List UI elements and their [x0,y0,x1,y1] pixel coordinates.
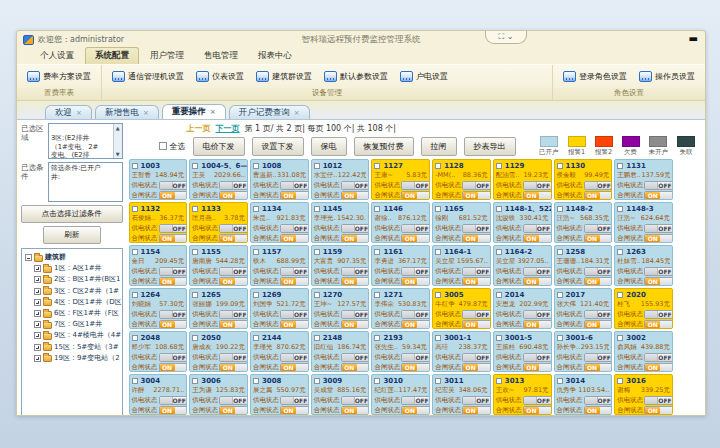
expand-icon[interactable] [34,310,41,317]
switch-status-toggle[interactable]: ON [159,363,188,372]
supply-status-toggle[interactable]: OFF [219,310,248,319]
switch-status-toggle[interactable]: ON [584,234,613,243]
switch-status-toggle[interactable]: ON [341,191,370,200]
switch-status-toggle[interactable]: ON [159,277,188,286]
switch-status-toggle[interactable]: ON [341,363,370,372]
supply-status-toggle[interactable]: OFF [219,353,248,362]
action-button-拉闸[interactable]: 拉闸 [421,137,457,156]
meter-card[interactable]: 1164-1 吴立星 1595.67.. 供电状态 OFF 合闸状态 ON [432,245,491,286]
switch-status-toggle[interactable]: ON [584,320,613,329]
supply-status-toggle[interactable]: OFF [523,267,552,276]
supply-status-toggle[interactable]: OFF [644,310,673,319]
meter-card[interactable]: 1129 配油雪.. 19.23元 供电状态 OFF 合闸状态 ON [493,159,552,200]
switch-status-toggle[interactable]: ON [584,191,613,200]
meter-card[interactable]: 3006 王为谦 125.83元 供电状态 OFF 合闸状态 ON [189,374,248,415]
supply-status-toggle[interactable]: OFF [584,181,613,190]
supply-status-toggle[interactable]: OFF [159,267,188,276]
meter-card[interactable]: 2050 唐成友 190.22元 供电状态 OFF 合闸状态 ON [189,331,248,372]
supply-status-toggle[interactable]: OFF [341,310,370,319]
card-checkbox[interactable] [192,249,198,255]
card-checkbox[interactable] [374,249,380,255]
expand-icon[interactable] [34,344,41,351]
card-checkbox[interactable] [314,249,320,255]
ribbon-button-建筑群设置[interactable]: 建筑群设置 [256,71,312,82]
tree-node[interactable]: 7区：G区1#井 [34,319,122,330]
card-checkbox[interactable] [253,206,259,212]
meter-card[interactable]: 1134 朱昆.. 921.83元 供电状态 OFF 合闸状态 ON [250,202,309,243]
card-checkbox[interactable] [374,292,380,298]
card-checkbox[interactable] [253,249,259,255]
supply-status-toggle[interactable]: OFF [219,267,248,276]
meter-card[interactable]: 1159 大富贵 907.35元 供电状态 OFF 合闸状态 ON [311,245,370,286]
supply-status-toggle[interactable]: OFF [644,396,673,405]
switch-status-toggle[interactable]: ON [280,277,309,286]
switch-status-toggle[interactable]: ON [644,363,673,372]
card-checkbox[interactable] [253,163,259,169]
tree-node[interactable]: 15区：5#变站（3# [34,342,122,353]
card-checkbox[interactable] [435,206,441,212]
meter-card[interactable]: 1157 铁木 688.99元 供电状态 OFF 合闸状态 ON [250,245,309,286]
supply-status-toggle[interactable]: OFF [523,353,552,362]
card-checkbox[interactable] [557,206,563,212]
scroll-down-icon[interactable]: ▼ [116,151,120,158]
card-checkbox[interactable] [435,249,441,255]
card-checkbox[interactable] [132,292,138,298]
meter-card[interactable]: 2048 郑少军 108.68元 供电状态 OFF 合闸状态 ON [129,331,188,372]
meter-card[interactable]: 3001-1 高珪 238.37元 供电状态 OFF 合闸状态 ON [432,331,491,372]
expand-icon[interactable] [34,265,41,272]
meter-card[interactable]: 1128 -MM(.. 88.36元 供电状态 OFF 合闸状态 ON [432,159,491,200]
ribbon-button-费率方案设置[interactable]: 费率方案设置 [27,71,91,82]
switch-status-toggle[interactable]: ON [401,320,430,329]
tab-新增售电[interactable]: 新增售电× [95,105,159,119]
card-checkbox[interactable] [557,378,563,384]
meter-card[interactable]: 1148-1、522 沈骏铁 330.41元 供电状态 OFF 合闸状态 ON [493,202,552,243]
supply-status-toggle[interactable]: OFF [584,396,613,405]
tree-node[interactable]: 1区：A区1#井 [34,263,122,274]
supply-status-toggle[interactable]: OFF [280,310,309,319]
switch-status-toggle[interactable]: ON [341,277,370,286]
meter-card[interactable]: 1145 李理光.. 1542.30.. 供电状态 OFF 合闸状态 ON [311,202,370,243]
tree-node[interactable]: 6区：F区1#井（F区 [34,308,122,319]
switch-status-toggle[interactable]: ON [462,191,491,200]
card-checkbox[interactable] [253,335,259,341]
action-button-保电[interactable]: 保电 [311,137,347,156]
switch-status-toggle[interactable]: ON [280,363,309,372]
supply-status-toggle[interactable]: OFF [462,310,491,319]
supply-status-toggle[interactable]: OFF [341,353,370,362]
prev-page-link[interactable]: 上一页 [187,123,211,134]
ribbon-button-通信管理机设置[interactable]: 通信管理机设置 [112,71,184,82]
supply-status-toggle[interactable]: OFF [159,181,188,190]
supply-status-toggle[interactable]: OFF [219,396,248,405]
card-checkbox[interactable] [557,292,563,298]
switch-status-toggle[interactable]: ON [341,234,370,243]
supply-status-toggle[interactable]: OFF [644,224,673,233]
meter-card[interactable]: 2017 张大伟 121.40元 供电状态 OFF 合闸状态 ON [554,288,613,329]
switch-status-toggle[interactable]: ON [584,277,613,286]
supply-status-toggle[interactable]: OFF [584,267,613,276]
switch-status-toggle[interactable]: ON [523,234,552,243]
switch-status-toggle[interactable]: ON [159,320,188,329]
ribbon-button-默认参数设置[interactable]: 默认参数设置 [324,71,388,82]
supply-status-toggle[interactable]: OFF [584,353,613,362]
supply-status-toggle[interactable]: OFF [644,267,673,276]
switch-status-toggle[interactable]: ON [401,191,430,200]
meter-card[interactable]: 3016 谢梅 339.25元 供电状态 OFF 合闸状态 ON [614,374,673,415]
switch-status-toggle[interactable]: ON [401,277,430,286]
meter-card[interactable]: 1164-2 吴立星 3927.05.. 供电状态 OFF 合闸状态 ON [493,245,552,286]
meter-card[interactable]: 1265 张丽娜 199.09元 供电状态 OFF 合闸状态 ON [189,288,248,329]
supply-status-toggle[interactable]: OFF [523,181,552,190]
card-checkbox[interactable] [132,206,138,212]
card-checkbox[interactable] [617,378,623,384]
supply-status-toggle[interactable]: OFF [159,353,188,362]
switch-status-toggle[interactable]: ON [219,277,248,286]
supply-status-toggle[interactable]: OFF [280,224,309,233]
meter-card[interactable]: 1264 刘晓娟 57.30元 供电状态 OFF 合闸状态 ON [129,288,188,329]
card-checkbox[interactable] [314,335,320,341]
switch-status-toggle[interactable]: ON [280,191,309,200]
menu-item-用户管理[interactable]: 用户管理 [141,48,193,64]
meter-card[interactable]: 3011 纪宏英 348.06元 供电状态 OFF 合闸状态 ON [432,374,491,415]
meter-card[interactable]: 2148 旧红仙 186.74元 供电状态 OFF 合闸状态 ON [311,331,370,372]
meter-card[interactable]: 1127 王康~ 5.83元 供电状态 OFF 合闸状态 ON [371,159,430,200]
card-checkbox[interactable] [374,163,380,169]
card-checkbox[interactable] [253,292,259,298]
